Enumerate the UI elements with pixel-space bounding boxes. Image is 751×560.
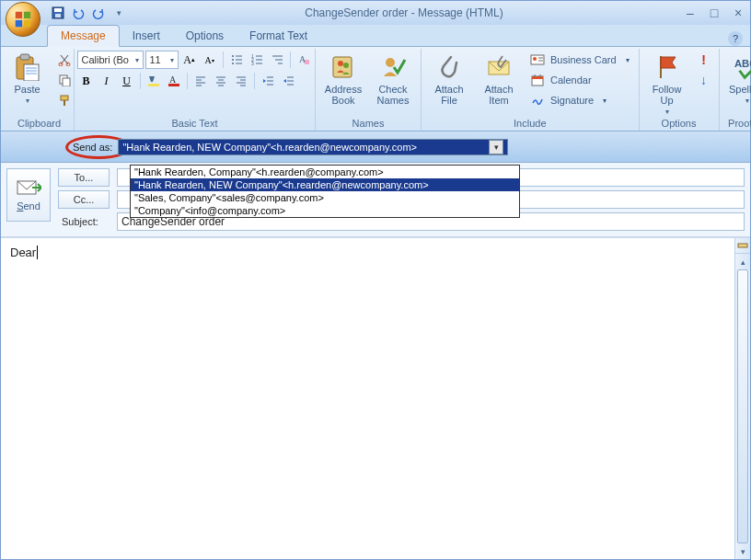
decrease-indent-button[interactable]	[259, 72, 277, 90]
scroll-down-button[interactable]: ▾	[735, 543, 750, 559]
scroll-up-button[interactable]: ▴	[735, 254, 750, 269]
scroll-track[interactable]	[735, 269, 750, 543]
shrink-font-button[interactable]: A▾	[201, 51, 219, 69]
increase-indent-button[interactable]	[279, 72, 297, 90]
group-names: Address Book Check Names Names	[316, 49, 422, 131]
align-center-button[interactable]	[212, 72, 230, 90]
svg-text:A: A	[169, 74, 177, 85]
clear-formatting-button[interactable]: A	[295, 51, 313, 69]
svg-point-23	[232, 63, 234, 64]
undo-icon[interactable]	[71, 6, 86, 20]
bullets-button[interactable]	[227, 51, 246, 69]
italic-button[interactable]: I	[98, 72, 116, 90]
send-button[interactable]: Send	[6, 168, 51, 222]
spelling-label: Spelling	[729, 84, 751, 95]
attach-item-label: Attach Item	[484, 84, 513, 106]
svg-rect-35	[305, 60, 309, 64]
address-book-label: Address Book	[325, 84, 362, 106]
highlight-button[interactable]	[144, 72, 163, 90]
send-as-option[interactable]: "Sales, Company"<sales@company.com>	[131, 191, 519, 204]
signature-icon	[530, 93, 545, 108]
attach-item-button[interactable]: Attach Item	[477, 51, 521, 106]
tab-message[interactable]: Message	[47, 25, 120, 47]
font-name-combo[interactable]: Calibri (Bo▾	[77, 51, 144, 69]
follow-up-button[interactable]: Follow Up ▾	[645, 51, 689, 116]
send-as-bar: Send as: "Hank Rearden, NEW Company"<h.r…	[1, 131, 750, 163]
font-size-combo[interactable]: 11▾	[145, 51, 179, 69]
address-book-icon	[329, 52, 358, 82]
to-button[interactable]: To...	[58, 168, 110, 187]
high-importance-button[interactable]: !	[695, 51, 713, 69]
scroll-thumb[interactable]	[737, 269, 748, 543]
svg-rect-17	[61, 96, 68, 100]
cc-button[interactable]: Cc...	[58, 190, 110, 209]
message-body-container: Dear ▴ ▾	[1, 237, 750, 559]
chevron-down-icon: ▾	[135, 56, 139, 64]
align-left-button[interactable]	[191, 72, 210, 90]
ruler-toggle-icon[interactable]	[735, 238, 750, 254]
chevron-down-icon[interactable]: ▾	[489, 140, 503, 154]
office-button[interactable]	[6, 2, 40, 37]
svg-rect-2	[16, 20, 22, 27]
chevron-down-icon: ▾	[170, 56, 174, 64]
send-as-option[interactable]: "Company"<info@company.com>	[131, 204, 519, 217]
svg-rect-38	[168, 84, 179, 86]
check-names-icon	[378, 52, 408, 82]
svg-rect-8	[20, 54, 29, 60]
spelling-button[interactable]: ABC Spelling ▾	[725, 51, 751, 105]
send-as-selected: "Hank Rearden, NEW Company"<h.rearden@ne…	[122, 142, 417, 153]
send-as-option[interactable]: "Hank Rearden, Company"<h.rearden@compan…	[131, 166, 519, 178]
calendar-icon	[530, 73, 545, 87]
maximize-button[interactable]: □	[706, 6, 722, 20]
low-importance-button[interactable]: ↓	[695, 71, 713, 89]
body-text: Dear	[10, 246, 36, 259]
business-card-button[interactable]: Business Card ▾	[526, 51, 633, 69]
tab-options[interactable]: Options	[173, 26, 237, 46]
underline-button[interactable]: U	[118, 72, 136, 90]
message-body[interactable]: Dear	[1, 238, 734, 559]
svg-rect-0	[16, 12, 22, 18]
chevron-down-icon: ▾	[603, 97, 607, 105]
address-book-button[interactable]: Address Book	[321, 51, 365, 106]
signature-button[interactable]: Signature ▾	[526, 91, 633, 109]
copy-button[interactable]	[55, 71, 74, 89]
tab-format-text[interactable]: Format Text	[237, 26, 320, 46]
tab-insert[interactable]: Insert	[120, 26, 173, 46]
multilevel-list-button[interactable]	[268, 51, 286, 69]
redo-icon[interactable]	[91, 6, 106, 20]
cut-button[interactable]	[55, 51, 74, 69]
font-color-button[interactable]: A	[165, 72, 183, 90]
close-button[interactable]: ×	[730, 6, 746, 20]
business-card-icon	[530, 52, 545, 67]
svg-rect-67	[532, 76, 543, 79]
group-options: Follow Up ▾ ! ↓ Options	[640, 49, 720, 131]
send-as-combo[interactable]: "Hank Rearden, NEW Company"<h.rearden@ne…	[118, 139, 508, 155]
follow-up-label: Follow Up	[653, 84, 682, 106]
attach-file-button[interactable]: Attach File	[427, 51, 471, 106]
svg-point-21	[232, 59, 234, 61]
group-label-options: Options	[645, 117, 713, 131]
send-as-dropdown[interactable]: "Hank Rearden, Company"<h.rearden@compan…	[130, 165, 520, 218]
flag-icon	[653, 52, 682, 82]
bold-button[interactable]: B	[77, 72, 96, 90]
grow-font-button[interactable]: A▴	[180, 51, 199, 69]
vertical-scrollbar[interactable]: ▴ ▾	[734, 238, 750, 559]
format-painter-button[interactable]	[55, 91, 74, 109]
minimize-button[interactable]: –	[682, 6, 699, 20]
align-right-button[interactable]	[232, 72, 250, 90]
svg-rect-18	[64, 100, 65, 106]
send-as-option[interactable]: "Hank Rearden, NEW Company"<h.rearden@ne…	[131, 178, 519, 191]
calendar-button[interactable]: Calendar	[526, 71, 633, 89]
subject-label: Subject:	[58, 212, 110, 231]
qat-dropdown-icon[interactable]: ▾	[111, 6, 126, 20]
font-size-value: 11	[150, 54, 161, 65]
check-names-button[interactable]: Check Names	[371, 51, 415, 106]
help-button[interactable]: ?	[728, 31, 743, 46]
paste-button[interactable]: Paste ▾	[6, 51, 50, 105]
svg-point-63	[533, 57, 537, 61]
numbering-button[interactable]: 123	[248, 51, 266, 69]
group-label-proofing: Proofing	[725, 117, 751, 131]
calendar-label: Calendar	[550, 74, 592, 86]
save-icon[interactable]	[51, 6, 65, 20]
group-label-clipboard: Clipboard	[10, 117, 68, 131]
